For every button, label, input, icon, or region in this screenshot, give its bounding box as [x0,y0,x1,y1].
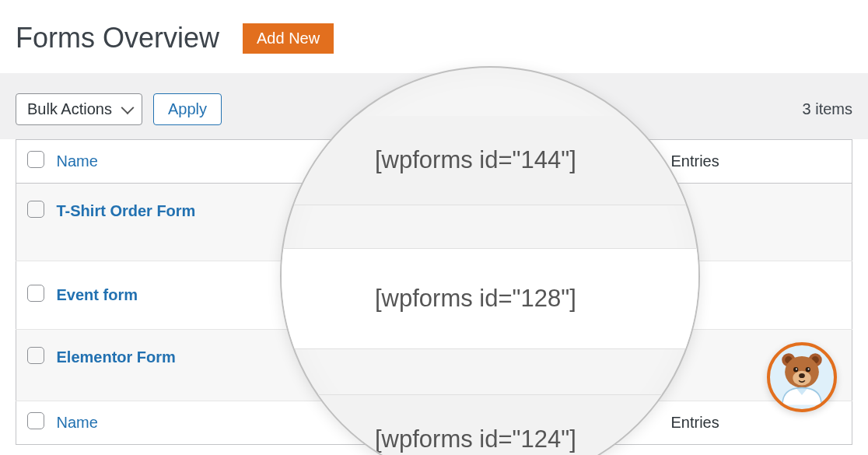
form-name-link[interactable]: T-Shirt Order Form [57,202,196,219]
row-checkbox[interactable] [27,347,44,364]
magnifier-row: [wpforms id="124"] [282,394,698,455]
column-name-header[interactable]: Name [57,152,98,170]
toolbar-left: Bulk Actions Apply [16,93,222,125]
add-new-button[interactable]: Add New [243,23,334,54]
svg-point-10 [796,368,797,369]
magnifier-shortcode: [wpforms id="128"] [375,285,576,313]
magnifier-row: [wpforms id="128"] [282,248,698,349]
items-count: 3 items [803,100,852,118]
magnifier-row: [wpforms id="144"] [282,116,698,205]
column-entries-header: Entries [671,152,719,170]
wpforms-mascot-badge[interactable] [767,342,837,412]
select-all-checkbox-footer[interactable] [27,412,44,429]
row-checkbox[interactable] [27,285,44,302]
apply-button[interactable]: Apply [153,93,222,125]
page-title: Forms Overview [16,22,219,54]
svg-point-7 [799,373,805,378]
bulk-actions-select[interactable]: Bulk Actions [16,93,142,125]
column-name-footer[interactable]: Name [57,414,98,431]
row-checkbox[interactable] [27,201,44,218]
bear-mascot-icon [772,345,832,409]
magnifier-shortcode: [wpforms id="144"] [375,146,576,174]
bulk-actions-label: Bulk Actions [27,100,112,118]
svg-point-8 [793,367,798,372]
select-all-checkbox[interactable] [27,151,44,168]
svg-point-9 [806,367,810,372]
svg-point-11 [808,368,810,369]
form-name-link[interactable]: Event form [57,286,138,303]
form-name-link[interactable]: Elementor Form [57,348,176,366]
magnifier-shortcode: [wpforms id="124"] [375,425,576,453]
column-entries-footer: Entries [671,414,719,431]
page-header: Forms Overview Add New [0,0,868,73]
